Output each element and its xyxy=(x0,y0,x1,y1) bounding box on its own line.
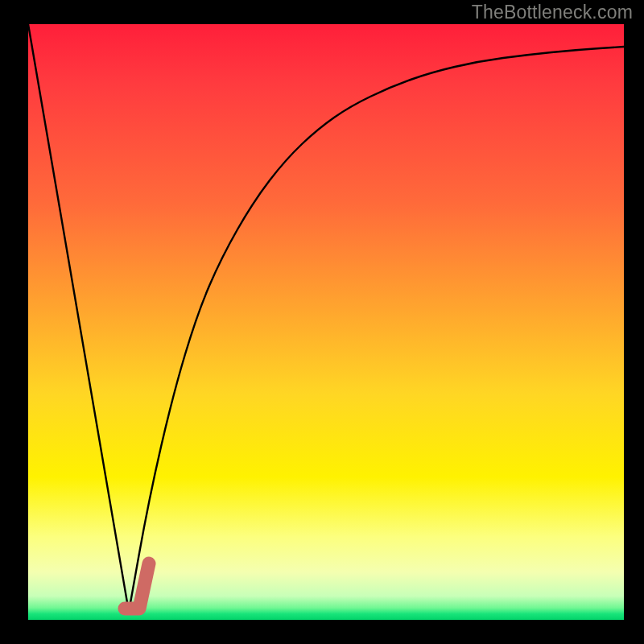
watermark-text: TheBottleneck.com xyxy=(472,2,633,23)
black-frame: TheBottleneck.com xyxy=(0,0,644,644)
plot-area xyxy=(28,24,624,620)
ascent-curve xyxy=(129,47,624,612)
descent-line xyxy=(28,24,129,612)
curves-svg xyxy=(28,24,624,620)
